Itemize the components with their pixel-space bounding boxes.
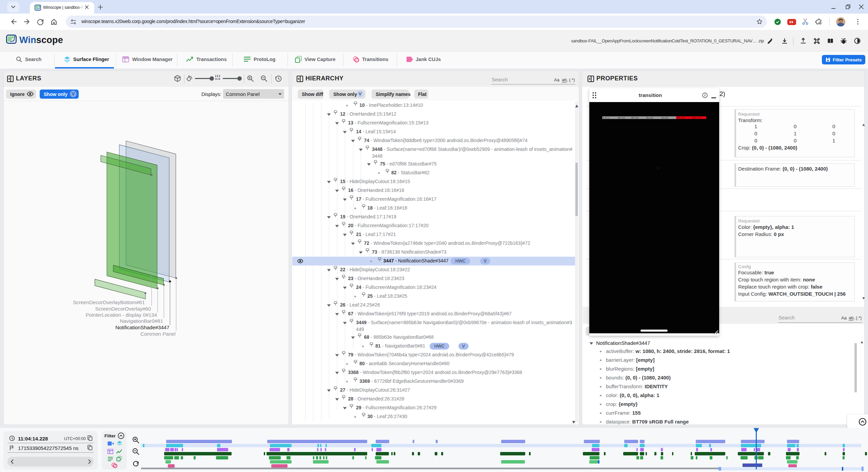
svg-text:PointerLocation - display 0#13: PointerLocation - display 0#134 xyxy=(86,312,157,318)
svg-text:NavigationBar0#81: NavigationBar0#81 xyxy=(120,318,163,324)
svg-text:NotificationShade#3447: NotificationShade#3447 xyxy=(115,324,169,330)
svg-text:ScreenDecorOverlay#60: ScreenDecorOverlay#60 xyxy=(95,306,151,312)
svg-text:Common Panel: Common Panel xyxy=(140,331,175,337)
svg-text:ScreenDecorOverlayBottom#61: ScreenDecorOverlayBottom#61 xyxy=(73,299,145,305)
